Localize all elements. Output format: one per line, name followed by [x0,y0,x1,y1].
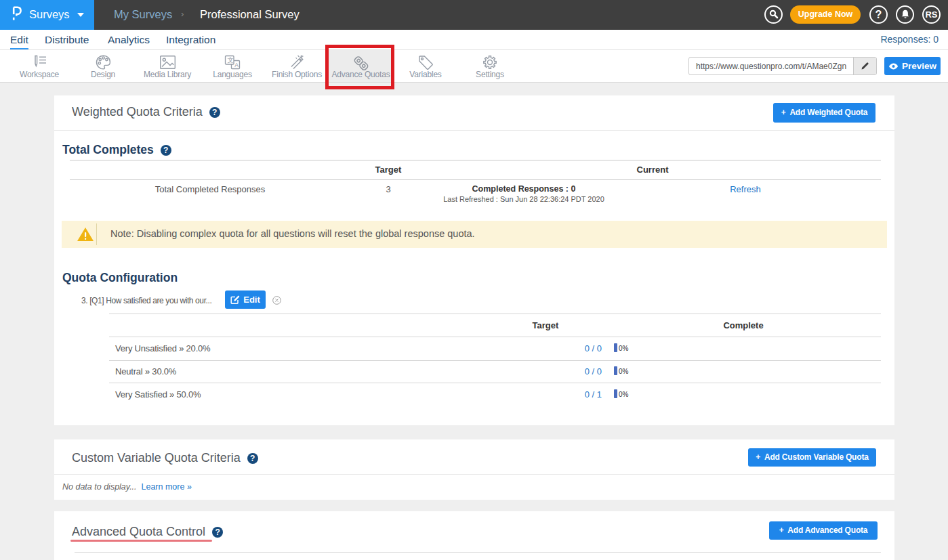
svg-text:A: A [234,62,239,68]
svg-text:文: 文 [227,56,234,64]
